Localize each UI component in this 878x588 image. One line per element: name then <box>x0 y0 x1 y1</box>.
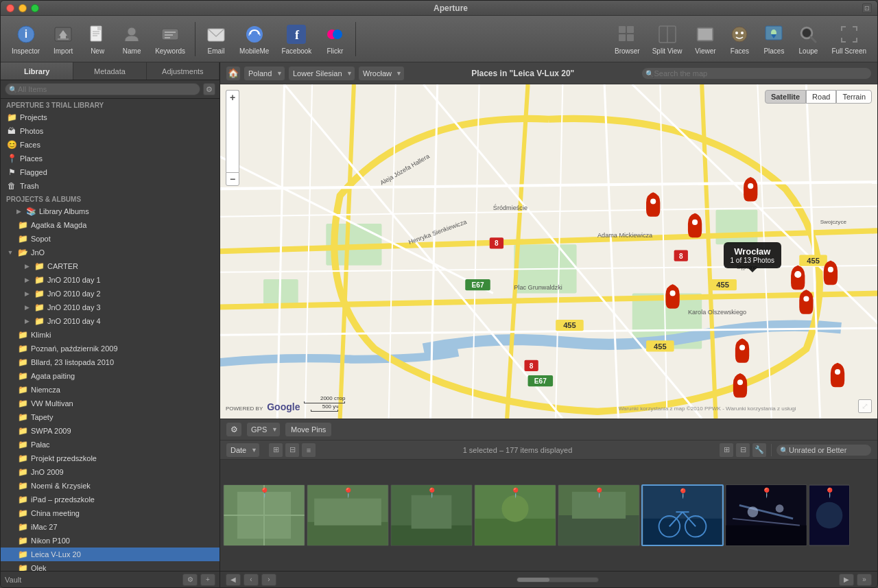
sidebar-item-nikon[interactable]: ▶ 📁 Nikon P100 <box>1 534 220 548</box>
gps-select[interactable]: GPS <box>246 422 281 437</box>
name-button[interactable]: Name <box>115 21 148 58</box>
search-input[interactable] <box>5 83 200 95</box>
film-thumb-6[interactable]: 📍 <box>641 484 724 546</box>
tab-adjustments[interactable]: Adjustments <box>147 62 220 80</box>
map-search-input[interactable] <box>641 67 873 80</box>
split-view-button[interactable]: Split View <box>647 21 688 58</box>
jno-icon: 📂 <box>17 247 28 258</box>
sidebar-item-vw[interactable]: ▶ 📁 VW Multivan <box>1 397 220 410</box>
sidebar-item-sopot[interactable]: ▶ 📁 Sopot <box>1 232 220 246</box>
sidebar-item-flagged[interactable]: ⚑ Flagged <box>1 165 220 179</box>
film-thumb-7[interactable]: 📍 <box>725 484 807 546</box>
sidebar-item-projekt[interactable]: ▶ 📁 Projekt przedszkole <box>1 451 220 465</box>
layout-list-button[interactable]: ≡ <box>301 443 316 458</box>
grid-view-button[interactable]: ⊞ <box>719 443 734 458</box>
map-home-button[interactable]: 🏠 <box>226 66 241 81</box>
region-select[interactable]: Lower Silesian <box>288 66 355 81</box>
keywords-button[interactable]: Keywords <box>150 21 191 58</box>
terrain-button[interactable]: Terrain <box>836 90 872 104</box>
map-container[interactable]: 455 455 455 455 E67 E67 8 8 <box>220 84 877 419</box>
rating-input[interactable] <box>776 444 872 456</box>
move-pins-button[interactable]: Move Pins <box>285 422 332 437</box>
sidebar-item-jno-day3[interactable]: ▶ 📁 JnO 2010 day 3 <box>1 301 220 314</box>
film-thumb-3[interactable]: 📍 <box>390 484 473 546</box>
layout-grid-button[interactable]: ⊞ <box>268 443 283 458</box>
scroll-left-button[interactable]: ◀ <box>226 574 241 586</box>
sidebar-item-photos[interactable]: 🏔 Photos <box>1 124 220 138</box>
sidebar-item-jno-day2[interactable]: ▶ 📁 JnO 2010 day 2 <box>1 287 220 301</box>
sidebar-item-projects[interactable]: 📁 Projects <box>1 110 220 124</box>
faces-button[interactable]: Faces <box>723 21 756 58</box>
flickr-button[interactable]: Flickr <box>318 21 351 58</box>
sidebar-item-tapety[interactable]: ▶ 📁 Tapety <box>1 410 220 424</box>
sidebar-item-swpa[interactable]: ▶ 📁 SWPA 2009 <box>1 424 220 438</box>
loupe-button[interactable]: Loupe <box>792 21 824 58</box>
sidebar-item-agata-paiting[interactable]: ▶ 📁 Agata paiting <box>1 369 220 383</box>
road-button[interactable]: Road <box>806 90 836 104</box>
sidebar-item-bllard[interactable]: ▶ 📁 Bllard, 23 listopada 2010 <box>1 355 220 369</box>
sidebar-item-jno-day4[interactable]: ▶ 📁 JnO 2010 day 4 <box>1 314 220 328</box>
adjust-view-button[interactable]: 🔧 <box>752 443 767 458</box>
sidebar-item-palac[interactable]: ▶ 📁 Pałac <box>1 438 220 451</box>
zoom-in-button[interactable]: + <box>226 90 239 104</box>
sidebar-item-trash[interactable]: 🗑 Trash <box>1 179 220 193</box>
sidebar-item-leica[interactable]: ▶ 📁 Leica V-Lux 20 <box>1 548 220 561</box>
satellite-button[interactable]: Satellite <box>765 90 806 104</box>
viewer-button[interactable]: Viewer <box>689 21 722 58</box>
minimize-button[interactable] <box>19 4 27 12</box>
sidebar-item-carter[interactable]: ▶ 📁 CARTER <box>1 259 220 273</box>
scroll-end-button[interactable]: » <box>857 574 872 586</box>
inspector-button[interactable]: i Inspector <box>6 21 45 58</box>
sidebar-item-niemcza[interactable]: ▶ 📁 Niemcza <box>1 383 220 397</box>
scroll-left-small-button[interactable]: ‹ <box>244 574 259 586</box>
film-pin-7: 📍 <box>761 487 772 498</box>
scroll-right-small-button[interactable]: › <box>261 574 276 586</box>
import-button[interactable]: Import <box>47 21 80 58</box>
film-thumb-2[interactable]: 📍 <box>307 484 389 546</box>
sidebar-item-places[interactable]: 📍 Places <box>1 152 220 165</box>
zoom-button[interactable]: ⊡ <box>862 3 872 13</box>
zoom-out-button[interactable]: − <box>226 172 239 186</box>
sidebar-item-jno2009[interactable]: ▶ 📁 JnO 2009 <box>1 465 220 479</box>
country-select[interactable]: Poland <box>244 66 285 81</box>
facebook-button[interactable]: f Facebook <box>276 21 317 58</box>
map-expand-button[interactable]: ⤢ <box>858 399 872 413</box>
sidebar-item-faces[interactable]: 😊 Faces <box>1 138 220 152</box>
layout-medium-button[interactable]: ⊟ <box>285 443 300 458</box>
sidebar-bottom-gear[interactable]: ⚙ <box>182 574 198 586</box>
film-thumb-5[interactable]: 📍 <box>558 484 640 546</box>
mobileme-button[interactable]: MobileMe <box>234 21 274 58</box>
sidebar-item-agatka[interactable]: ▶ 📁 Agatka & Magda <box>1 218 220 232</box>
close-button[interactable] <box>6 4 14 12</box>
browser-button[interactable]: Browser <box>609 21 645 58</box>
full-screen-button[interactable]: Full Screen <box>826 21 872 58</box>
sidebar-item-jno-day1[interactable]: ▶ 📁 JnO 2010 day 1 <box>1 273 220 287</box>
sidebar-item-china[interactable]: ▶ 📁 China meeting <box>1 506 220 520</box>
sidebar-item-klimki[interactable]: ▶ 📁 Klimki <box>1 328 220 342</box>
film-thumb-8[interactable]: 📍 <box>809 484 850 546</box>
sidebar-item-imac[interactable]: ▶ 📁 iMac 27 <box>1 520 220 534</box>
compare-view-button[interactable]: ⊟ <box>735 443 750 458</box>
sidebar-item-ipad[interactable]: ▶ 📁 iPad – przedszkole <box>1 493 220 506</box>
places-button[interactable]: Places <box>757 21 790 58</box>
zoom-slider[interactable] <box>226 104 239 172</box>
maximize-button[interactable] <box>31 4 39 12</box>
tab-metadata[interactable]: Metadata <box>73 62 146 80</box>
scrollbar-track[interactable] <box>517 577 599 583</box>
scroll-right-button[interactable]: ▶ <box>839 574 854 586</box>
sidebar-item-library-albums[interactable]: ▶ 📚 Library Albums <box>1 204 220 218</box>
film-thumb-1[interactable]: 📍 <box>223 484 305 546</box>
film-thumb-4[interactable]: 📍 <box>474 484 556 546</box>
sort-select[interactable]: Date <box>226 443 260 458</box>
sidebar-bottom-plus[interactable]: + <box>200 574 215 586</box>
city-select[interactable]: Wrocław <box>358 66 405 81</box>
sidebar-item-noemi[interactable]: ▶ 📁 Noemi & Krzysiek <box>1 479 220 493</box>
map-settings-gear-button[interactable]: ⚙ <box>226 422 242 437</box>
sidebar-item-jno[interactable]: ▼ 📂 JnO <box>1 246 220 259</box>
sidebar-gear-button[interactable]: ⚙ <box>203 83 215 95</box>
email-button[interactable]: Email <box>200 21 233 58</box>
sidebar-item-olek[interactable]: ▶ 📁 Olek <box>1 561 220 571</box>
new-button[interactable]: New <box>81 21 114 58</box>
tab-library[interactable]: Library <box>1 62 73 80</box>
sidebar-item-poznan[interactable]: ▶ 📁 Poznań, październik 2009 <box>1 342 220 355</box>
